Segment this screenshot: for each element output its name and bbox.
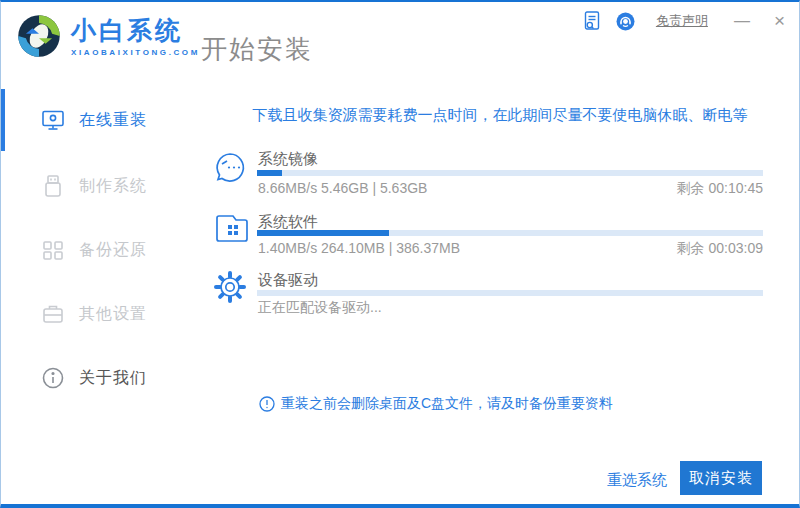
- gear-icon: [211, 268, 249, 306]
- close-button[interactable]: ×: [770, 11, 789, 31]
- support-headset-icon[interactable]: [616, 11, 636, 31]
- task-title: 系统镜像: [258, 150, 318, 169]
- folder-apps-icon: [213, 210, 251, 248]
- sidebar-item-backup-restore[interactable]: 备份还原: [1, 228, 201, 272]
- sidebar-item-make-system[interactable]: 制作系统: [1, 164, 201, 208]
- progress-fill: [257, 170, 282, 176]
- warning-text: 重装之前会删除桌面及C盘文件，请及时备份重要资料: [281, 395, 613, 413]
- app-window: 小白系统 XIAOBAIXITONG.COM 开始安装: [0, 0, 800, 508]
- sidebar-item-label: 其他设置: [79, 304, 147, 325]
- sidebar-item-other-settings[interactable]: 其他设置: [1, 292, 201, 336]
- progress-fill: [257, 230, 389, 236]
- info-circle-icon: [41, 366, 65, 390]
- page-title: 开始安装: [201, 32, 313, 67]
- minimize-button[interactable]: —: [728, 11, 756, 31]
- task-stats-row: 正在匹配设备驱动...: [258, 299, 763, 317]
- top-notice: 下载且收集资源需要耗费一点时间，在此期间尽量不要使电脑休眠、断电等: [201, 106, 799, 125]
- warning-notice: 重装之前会删除桌面及C盘文件，请及时备份重要资料: [259, 395, 613, 413]
- blocks-icon: [41, 238, 65, 262]
- task-stats: 正在匹配设备驱动...: [258, 299, 382, 317]
- brand-name: 小白系统: [71, 16, 200, 44]
- toolbox-icon: [41, 302, 65, 326]
- task-stats: 1.40MB/s 264.10MB | 386.37MB: [258, 240, 460, 258]
- alert-circle-icon: [259, 396, 275, 412]
- task-remaining: 剩余 00:10:45: [677, 180, 763, 198]
- progress-bar: [257, 230, 763, 236]
- task-stats-row: 8.66MB/s 5.46GB | 5.63GB 剩余 00:10:45: [258, 180, 763, 198]
- brand: 小白系统 XIAOBAIXITONG.COM: [71, 16, 200, 57]
- usb-drive-icon: [41, 174, 65, 198]
- sidebar-item-label: 制作系统: [79, 176, 147, 197]
- task-remaining: 剩余 00:03:09: [677, 240, 763, 258]
- cancel-install-button[interactable]: 取消安装: [680, 461, 762, 495]
- brand-domain: XIAOBAIXITONG.COM: [71, 48, 200, 57]
- sidebar-item-label: 在线重装: [79, 110, 147, 131]
- sidebar-item-label: 关于我们: [79, 368, 147, 389]
- titlebar: 免责声明 — ×: [582, 8, 789, 34]
- face-chat-icon: [211, 150, 249, 188]
- sidebar-item-about-us[interactable]: 关于我们: [1, 356, 201, 400]
- disclaimer-link[interactable]: 免责声明: [656, 12, 708, 30]
- progress-bar: [257, 170, 763, 176]
- progress-bar: [257, 290, 763, 296]
- monitor-icon: [41, 108, 65, 132]
- active-indicator: [1, 89, 5, 151]
- task-stats-row: 1.40MB/s 264.10MB | 386.37MB 剩余 00:03:09: [258, 240, 763, 258]
- task-title: 设备驱动: [258, 271, 318, 290]
- app-logo-icon: [15, 12, 63, 60]
- task-stats: 8.66MB/s 5.46GB | 5.63GB: [258, 180, 427, 198]
- document-log-icon[interactable]: [582, 11, 602, 31]
- header: 小白系统 XIAOBAIXITONG.COM 开始安装: [1, 2, 799, 86]
- sidebar: 在线重装 制作系统 备份还原: [1, 86, 201, 504]
- reselect-system-button[interactable]: 重选系统: [601, 467, 673, 494]
- sidebar-item-online-reinstall[interactable]: 在线重装: [1, 98, 201, 142]
- sidebar-item-label: 备份还原: [79, 240, 147, 261]
